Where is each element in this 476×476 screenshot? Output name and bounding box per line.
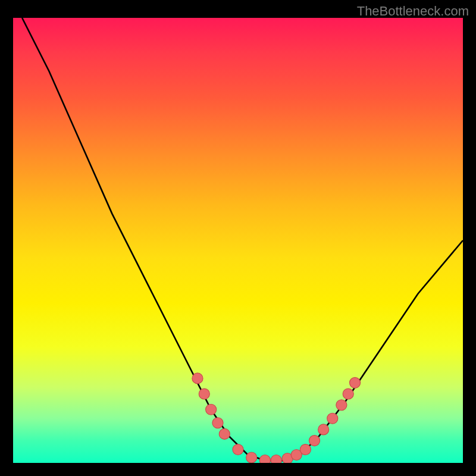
data-marker (271, 455, 281, 463)
plot-area (13, 18, 463, 463)
data-marker (233, 444, 243, 455)
data-marker (212, 418, 223, 428)
watermark-text: TheBottleneck.com (357, 4, 469, 19)
data-marker (199, 389, 209, 399)
data-marker (336, 400, 347, 411)
data-marker (327, 413, 338, 424)
data-marker (219, 428, 230, 439)
data-marker (300, 444, 311, 455)
bottleneck-curve (22, 18, 463, 461)
data-marker (318, 424, 329, 435)
data-marker (206, 404, 217, 415)
curve-svg (13, 18, 463, 463)
data-marker (349, 377, 360, 388)
data-marker (246, 452, 257, 463)
data-marker (343, 389, 353, 399)
chart-container: TheBottleneck.com (0, 0, 476, 476)
marker-group (192, 373, 361, 463)
data-marker (309, 436, 320, 446)
data-marker (259, 455, 270, 463)
data-marker (192, 373, 203, 384)
